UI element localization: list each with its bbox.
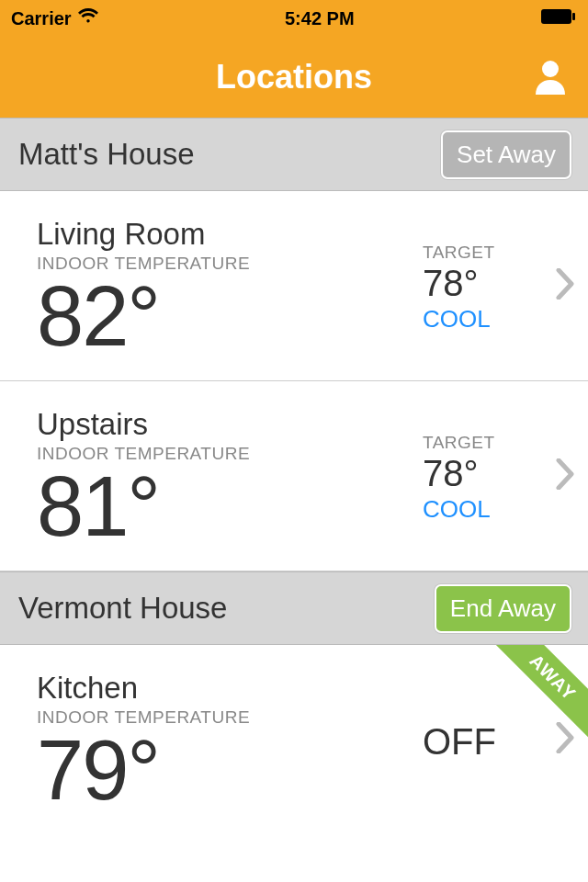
room-name: Kitchen (37, 671, 423, 706)
target-temp-value: 78° (423, 453, 551, 493)
status-right (540, 7, 577, 30)
status-time: 5:42 PM (285, 8, 355, 29)
content: Matt's HouseSet AwayLiving RoomINDOOR TE… (0, 118, 588, 834)
nav-bar: Locations (0, 37, 588, 118)
end-away-button[interactable]: End Away (435, 584, 571, 633)
carrier-label: Carrier (11, 8, 72, 29)
room-info: KitchenINDOOR TEMPERATURE79° (37, 671, 423, 812)
indoor-temp-value: 79° (37, 728, 423, 812)
room-target: TARGET78°COOL (423, 243, 570, 334)
target-label: TARGET (423, 243, 551, 263)
section-title: Vermont House (18, 591, 227, 626)
indoor-temp-value: 81° (37, 464, 423, 548)
profile-icon[interactable] (531, 56, 570, 98)
indoor-temp-value: 82° (37, 274, 423, 358)
off-label: OFF (423, 721, 551, 763)
section-header: Vermont HouseEnd Away (0, 571, 588, 645)
chevron-right-icon (555, 458, 575, 493)
room-name: Living Room (37, 217, 423, 252)
room-row[interactable]: UpstairsINDOOR TEMPERATURE81°TARGET78°CO… (0, 381, 588, 571)
set-away-button[interactable]: Set Away (441, 130, 571, 179)
room-info: UpstairsINDOOR TEMPERATURE81° (37, 407, 423, 548)
room-target: TARGET78°COOL (423, 433, 570, 524)
status-left: Carrier (11, 6, 99, 32)
section-header: Matt's HouseSet Away (0, 118, 588, 191)
room-name: Upstairs (37, 407, 423, 442)
target-temp-value: 78° (423, 263, 551, 303)
chevron-right-icon (555, 722, 575, 757)
mode-label: COOL (423, 495, 551, 524)
room-info: Living RoomINDOOR TEMPERATURE82° (37, 217, 423, 358)
section-title: Matt's House (18, 137, 195, 172)
status-bar: Carrier 5:42 PM (0, 0, 588, 37)
mode-label: COOL (423, 305, 551, 334)
room-target: OFF (423, 721, 570, 763)
target-label: TARGET (423, 433, 551, 453)
page-title: Locations (216, 58, 372, 96)
room-row[interactable]: Living RoomINDOOR TEMPERATURE82°TARGET78… (0, 191, 588, 381)
room-row[interactable]: AWAYKitchenINDOOR TEMPERATURE79°OFF (0, 645, 588, 834)
svg-rect-1 (572, 13, 575, 20)
svg-rect-0 (541, 9, 571, 24)
chevron-right-icon (555, 268, 575, 303)
svg-point-2 (542, 61, 559, 77)
battery-icon (540, 7, 577, 30)
wifi-icon (77, 6, 99, 32)
